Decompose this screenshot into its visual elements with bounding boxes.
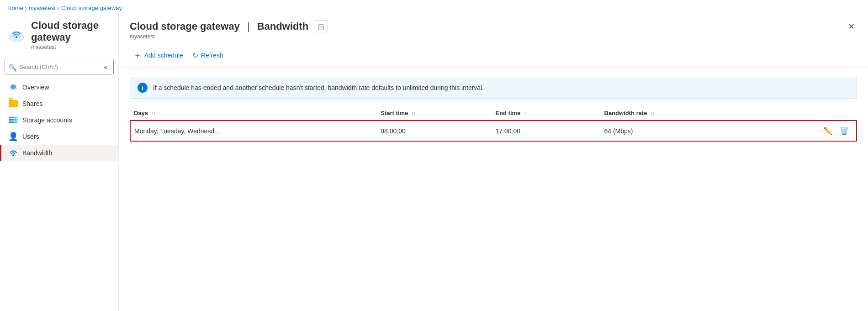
- sidebar-item-shares-label: Shares: [22, 100, 42, 107]
- column-days[interactable]: Days ↑↓: [130, 106, 377, 121]
- info-banner-text: If a schedule has ended and another sche…: [153, 84, 484, 91]
- breadcrumb-cloud-storage-gateway[interactable]: Cloud storage gateway: [61, 5, 122, 11]
- svg-point-8: [11, 84, 16, 89]
- sort-arrows-end-time: ↑↓: [524, 111, 528, 116]
- row-actions: ✏️ 🗑️: [759, 126, 851, 136]
- print-button[interactable]: ⊡: [314, 20, 328, 33]
- title-separator: |: [247, 21, 250, 32]
- breadcrumb: Home › myasetest › Cloud storage gateway: [0, 0, 868, 14]
- delete-row-button[interactable]: 🗑️: [838, 126, 851, 136]
- table-header-row: Days ↑↓ Start time ↑↓ End time ↑↓: [130, 106, 857, 121]
- edit-icon: ✏️: [823, 127, 832, 135]
- sidebar-item-users-label: Users: [22, 133, 39, 140]
- collapse-sidebar-button[interactable]: «: [102, 62, 110, 72]
- add-schedule-button[interactable]: ＋ Add schedule: [130, 47, 187, 63]
- sidebar-item-shares[interactable]: Shares: [0, 95, 118, 112]
- cell-days: Monday, Tuesday, Wednesd...: [130, 121, 377, 141]
- content-area: Cloud storage gateway | Bandwidth ⊡ × my…: [119, 14, 868, 311]
- refresh-icon: ↻: [192, 51, 198, 60]
- edit-row-button[interactable]: ✏️: [821, 126, 834, 136]
- users-icon: 👤: [9, 132, 18, 141]
- breadcrumb-home[interactable]: Home: [7, 5, 23, 11]
- table-row: Monday, Tuesday, Wednesd... 08:00:00 17:…: [130, 121, 857, 141]
- overview-icon: [9, 83, 18, 92]
- sort-arrows-days: ↑↓: [152, 111, 156, 116]
- info-icon: i: [138, 83, 148, 93]
- sidebar-item-storage-accounts-label: Storage accounts: [22, 116, 72, 124]
- gateway-icon: [7, 26, 26, 44]
- column-start-time[interactable]: Start time ↑↓: [377, 106, 492, 121]
- resource-subtitle: myasetest: [31, 44, 111, 50]
- cell-bandwidth-rate: 64 (Mbps): [601, 121, 756, 141]
- column-end-time[interactable]: End time ↑↓: [492, 106, 600, 121]
- add-schedule-icon: ＋: [133, 50, 142, 61]
- column-actions: [756, 106, 857, 121]
- breadcrumb-myasetest[interactable]: myasetest: [29, 5, 56, 11]
- resource-info: Cloud storage gateway myasetest: [31, 20, 111, 50]
- bandwidth-table: Days ↑↓ Start time ↑↓ End time ↑↓: [130, 106, 857, 142]
- app-container: Home › myasetest › Cloud storage gateway: [0, 0, 868, 311]
- main-layout: Cloud storage gateway myasetest 🔍 «: [0, 14, 868, 311]
- cell-start-time: 08:00:00: [377, 121, 492, 141]
- search-input[interactable]: [19, 63, 99, 70]
- resource-name: Cloud storage gateway: [31, 20, 111, 44]
- cell-end-time: 17:00:00: [492, 121, 600, 141]
- refresh-label: Refresh: [201, 52, 223, 59]
- storage-accounts-icon: [9, 116, 18, 125]
- refresh-button[interactable]: ↻ Refresh: [189, 48, 227, 63]
- sidebar-item-overview[interactable]: Overview: [0, 79, 118, 95]
- bandwidth-table-container: Days ↑↓ Start time ↑↓ End time ↑↓: [119, 106, 868, 142]
- sidebar-item-users[interactable]: 👤 Users: [0, 128, 118, 145]
- sidebar-item-bandwidth[interactable]: Bandwidth: [0, 145, 118, 161]
- sidebar-item-bandwidth-label: Bandwidth: [22, 149, 52, 157]
- sort-arrows-bandwidth-rate: ↑↓: [651, 111, 655, 116]
- search-box[interactable]: 🔍 «: [5, 60, 114, 74]
- cell-actions: ✏️ 🗑️: [756, 121, 857, 141]
- sidebar-item-overview-label: Overview: [22, 84, 49, 91]
- content-header: Cloud storage gateway | Bandwidth ⊡ ×: [119, 14, 868, 33]
- bandwidth-icon: [9, 148, 18, 158]
- resource-header: Cloud storage gateway myasetest: [0, 14, 118, 55]
- page-title: Bandwidth: [257, 21, 308, 32]
- close-button[interactable]: ×: [846, 20, 857, 33]
- content-title: Cloud storage gateway | Bandwidth: [130, 21, 308, 32]
- svg-point-9: [12, 154, 14, 156]
- sort-arrows-start-time: ↑↓: [412, 111, 416, 116]
- shares-icon: [9, 99, 18, 108]
- delete-icon: 🗑️: [840, 127, 849, 135]
- breadcrumb-sep-2: ›: [58, 5, 59, 11]
- add-schedule-label: Add schedule: [144, 52, 183, 59]
- sidebar-item-storage-accounts[interactable]: Storage accounts: [0, 112, 118, 128]
- column-bandwidth-rate[interactable]: Bandwidth rate ↑↓: [601, 106, 756, 121]
- content-title-row: Cloud storage gateway | Bandwidth ⊡: [130, 20, 846, 33]
- svg-point-4: [16, 36, 17, 38]
- resource-icon: [7, 26, 26, 44]
- print-icon: ⊡: [318, 23, 324, 31]
- sidebar: Cloud storage gateway myasetest 🔍 «: [0, 14, 119, 311]
- resource-name-title: Cloud storage gateway: [130, 21, 240, 32]
- content-subtitle: myasetest: [119, 33, 868, 43]
- sidebar-nav: Overview Shares: [0, 79, 118, 311]
- info-banner: i If a schedule has ended and another sc…: [130, 77, 857, 99]
- toolbar: ＋ Add schedule ↻ Refresh: [119, 43, 868, 68]
- breadcrumb-sep-1: ›: [25, 5, 27, 11]
- search-icon: 🔍: [9, 63, 16, 71]
